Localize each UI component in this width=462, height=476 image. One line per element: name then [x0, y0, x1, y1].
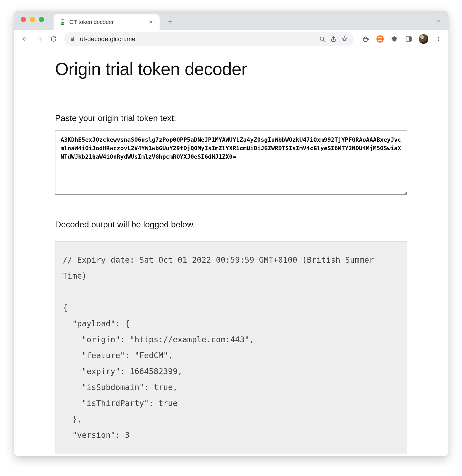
- test-tube-icon: [59, 19, 66, 25]
- chrome-menu-icon[interactable]: [434, 35, 443, 43]
- browser-window: OT token decoder ot-decode.glitch.: [14, 11, 448, 456]
- share-icon[interactable]: [330, 36, 337, 42]
- tab-strip: OT token decoder: [14, 11, 448, 30]
- output-label: Decoded output will be logged below.: [55, 220, 407, 230]
- svg-rect-4: [409, 37, 411, 41]
- window-controls: [21, 11, 44, 30]
- svg-point-7: [438, 40, 439, 41]
- forward-button[interactable]: [34, 34, 45, 44]
- extension-area: [359, 34, 443, 44]
- window-close-button[interactable]: [21, 17, 26, 22]
- back-button[interactable]: [20, 34, 30, 44]
- coffee-icon[interactable]: [362, 35, 370, 43]
- new-tab-button[interactable]: [164, 16, 176, 28]
- orange-circle-extension-icon[interactable]: [376, 35, 384, 43]
- token-input[interactable]: [55, 131, 407, 195]
- url-text: ot-decode.glitch.me: [80, 35, 314, 43]
- browser-toolbar: ot-decode.glitch.me: [14, 30, 448, 48]
- search-icon[interactable]: [319, 36, 325, 42]
- address-bar[interactable]: ot-decode.glitch.me: [64, 32, 354, 46]
- bookmark-star-icon[interactable]: [341, 36, 348, 42]
- tab-overflow-button[interactable]: [433, 15, 444, 27]
- input-label: Paste your origin trial token text:: [55, 113, 407, 123]
- extensions-puzzle-icon[interactable]: [390, 35, 399, 43]
- svg-rect-0: [71, 38, 74, 41]
- decoded-output: // Expiry date: Sat Oct 01 2022 00:59:59…: [55, 241, 407, 454]
- browser-tab-active[interactable]: OT token decoder: [54, 14, 160, 30]
- profile-avatar[interactable]: [419, 34, 428, 44]
- page-viewport: Origin trial token decoder Paste your or…: [14, 48, 448, 456]
- tab-title: OT token decoder: [69, 19, 145, 25]
- lock-icon: [70, 36, 75, 42]
- svg-point-5: [438, 37, 439, 38]
- page-title: Origin trial token decoder: [55, 59, 407, 84]
- svg-point-6: [438, 38, 439, 40]
- window-zoom-button[interactable]: [39, 17, 44, 22]
- reload-button[interactable]: [48, 34, 59, 44]
- side-panel-icon[interactable]: [404, 35, 413, 43]
- tab-close-button[interactable]: [148, 20, 154, 24]
- window-minimize-button[interactable]: [30, 17, 35, 22]
